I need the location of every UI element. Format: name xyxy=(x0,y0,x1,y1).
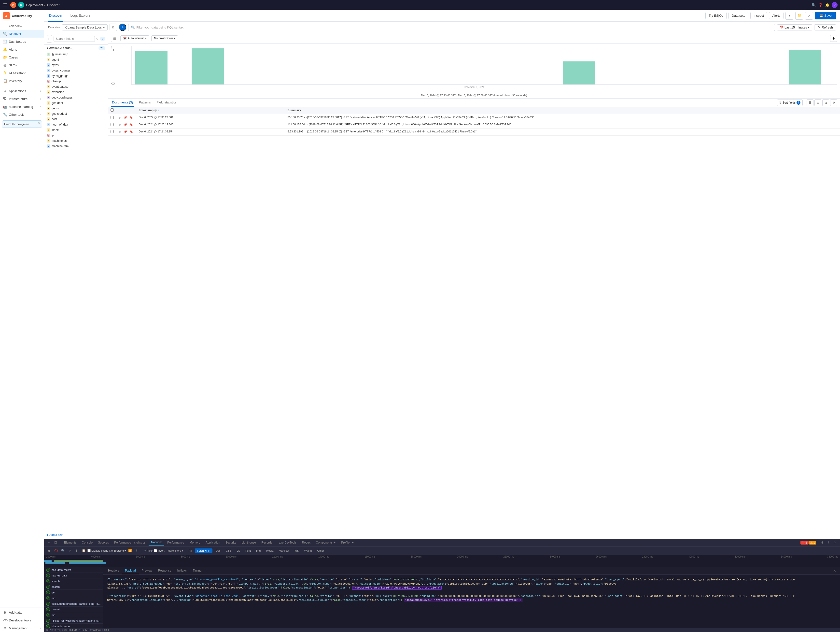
download-har-icon[interactable]: ⬇ xyxy=(134,548,140,554)
fields-search-input[interactable] xyxy=(54,36,95,42)
data-sets-button[interactable]: Data sets xyxy=(728,12,748,19)
request-item[interactable]: ✓ kibana-browser xyxy=(44,624,103,628)
devtools-close-icon[interactable]: ✕ xyxy=(832,540,838,545)
select-all-header[interactable] xyxy=(108,107,116,114)
field-item[interactable]: # bytes xyxy=(44,62,108,68)
field-item[interactable]: k geo.dest xyxy=(44,100,108,106)
req-tab-headers[interactable]: Headers xyxy=(105,567,122,574)
field-item[interactable]: # machine.ram xyxy=(44,144,108,149)
errors-badge[interactable]: 🔴 1 xyxy=(801,541,808,545)
field-item[interactable]: k extension xyxy=(44,89,108,95)
sidebar-item-alerts[interactable]: 🔔 Alerts xyxy=(0,46,44,53)
devtools-tab-application[interactable]: Application xyxy=(203,540,223,545)
row-checkbox-0[interactable] xyxy=(111,116,114,119)
table-row[interactable]: ▷ 📌 🔖 Dec 6, 2024 @ 17:36:29.881 85.130.… xyxy=(108,114,840,122)
field-item[interactable]: k geo.src xyxy=(44,106,108,111)
devtools-tab-performance[interactable]: Performance xyxy=(165,540,187,545)
grid-view-button[interactable]: ⊞ xyxy=(815,99,821,106)
timestamp-cell-0[interactable]: Dec 6, 2024 @ 17:36:29.881 xyxy=(136,114,285,122)
devtools-settings-icon[interactable]: ⚙ xyxy=(819,540,825,545)
try-esql-button[interactable]: Try ES|QL xyxy=(706,12,726,19)
field-item[interactable]: k geo.srcdest xyxy=(44,111,108,117)
help-icon[interactable]: ❓ xyxy=(818,2,823,7)
filter-settings-button[interactable]: ⚙ xyxy=(109,24,117,31)
table-row[interactable]: ▷ 📌 🔖 Dec 6, 2024 @ 17:26:12.645 111.58.… xyxy=(108,122,840,128)
filter-doc-button[interactable]: Doc xyxy=(213,548,223,553)
pin-row-icon[interactable]: 📌 xyxy=(123,116,128,119)
kql-input[interactable]: 🔍 Filter your data using KQL syntax xyxy=(128,24,775,31)
sidebar-item-inventory[interactable]: 📋 Inventory xyxy=(0,77,44,85)
time-picker[interactable]: 📅 Last 15 minutes ▾ xyxy=(777,24,813,30)
list-view-button[interactable]: ☰ xyxy=(807,99,813,106)
filter-font-button[interactable]: Font xyxy=(243,548,253,553)
disable-cache-checkbox[interactable] xyxy=(87,549,91,552)
refresh-button[interactable]: ↻ Refresh xyxy=(814,24,836,30)
folder-button[interactable]: 📁 xyxy=(795,12,803,20)
tab-logs-explorer[interactable]: Logs Explorer xyxy=(69,10,92,22)
expand-row-icon[interactable]: ▷ xyxy=(118,123,122,126)
request-item[interactable]: ✓ get xyxy=(44,590,103,596)
field-item[interactable]: ip clientip xyxy=(44,79,108,84)
req-tab-initiator[interactable]: Initiator xyxy=(174,567,189,574)
sort-fields-button[interactable]: ⇅ Sort fields 1 xyxy=(777,100,803,106)
user-avatar[interactable]: U xyxy=(832,2,838,8)
deployment-breadcrumb[interactable]: Deployment › xyxy=(26,3,45,7)
expand-row-icon[interactable]: ▷ xyxy=(118,130,122,134)
req-tab-response[interactable]: Response xyxy=(155,567,174,574)
field-item[interactable]: k index xyxy=(44,127,108,133)
warnings-badge[interactable]: ⚠ 1 xyxy=(809,541,816,545)
devtools-tab-elements[interactable]: Elements xyxy=(62,540,79,545)
sidebar-item-infrastructure[interactable]: 🏗 Infrastructure › xyxy=(0,95,44,103)
filter-js-button[interactable]: JS xyxy=(235,548,242,553)
req-tab-timing[interactable]: Timing xyxy=(190,567,205,574)
request-item[interactable]: ✓ me xyxy=(44,612,103,618)
pin-row-icon[interactable]: 📌 xyxy=(123,130,128,134)
pin-row-icon[interactable]: 📌 xyxy=(123,123,128,126)
notifications-icon[interactable]: 🔔 xyxy=(825,2,830,7)
sidebar-item-overview[interactable]: ⊞ Overview xyxy=(0,22,44,30)
field-item[interactable]: k host xyxy=(44,117,108,122)
devtools-tab-profiler[interactable]: Profiler ✦ xyxy=(339,540,356,545)
filter-wasm-button[interactable]: Wasm xyxy=(302,548,314,553)
field-item[interactable]: ip ip xyxy=(44,133,108,138)
field-item[interactable]: d @timestamp xyxy=(44,52,108,57)
record-icon[interactable]: ⏺ xyxy=(46,548,52,554)
request-item[interactable]: ✓ fields?pattern=kibana_sample_data_logs… xyxy=(44,601,103,607)
field-item[interactable]: k event.dataset xyxy=(44,84,108,89)
tab-discover[interactable]: Discover xyxy=(48,10,63,22)
filter-img-button[interactable]: Img xyxy=(254,548,263,553)
more-filters-button[interactable]: More filters ▾ xyxy=(165,548,185,553)
collapse-fields-button[interactable]: ⊟ xyxy=(47,35,52,43)
devtools-tab-performance-insights[interactable]: Performance insights ▲ xyxy=(112,540,148,545)
histogram-settings-button[interactable]: ⚙ xyxy=(830,35,837,42)
network-timeline[interactable]: 2000 ms 4000 ms 6000 ms 8000 ms 10000 ms… xyxy=(44,555,840,567)
req-tab-payload[interactable]: Payload xyxy=(122,567,139,574)
field-item[interactable]: ⊕ geo.coordinates xyxy=(44,95,108,100)
disable-cache-label[interactable]: Disable cache xyxy=(87,549,108,552)
sidebar-item-applications[interactable]: 🖥 Applications › xyxy=(0,87,44,95)
devtools-cursor-icon[interactable]: ⊹ xyxy=(46,540,52,545)
ai-banner-close[interactable]: ✕ xyxy=(38,122,40,125)
devtools-tab-redux[interactable]: Redux xyxy=(299,540,313,545)
import-har-icon[interactable]: ⬆ xyxy=(74,548,80,554)
save-row-icon[interactable]: 🔖 xyxy=(129,116,134,119)
sidebar-item-ml[interactable]: 🤖 Machine learning › xyxy=(0,103,44,111)
filter-ws-button[interactable]: WS xyxy=(292,548,301,553)
filter-manifest-button[interactable]: Manifest xyxy=(276,548,291,553)
sidebar-item-dashboards[interactable]: 📊 Dashboards xyxy=(0,38,44,46)
request-item[interactable]: ✓ _count xyxy=(44,607,103,612)
invert-label[interactable]: Invert xyxy=(154,549,164,552)
tab-patterns[interactable]: Patterns xyxy=(138,98,152,107)
preserve-log-icon[interactable]: 📋 xyxy=(81,548,87,554)
req-tab-preview[interactable]: Preview xyxy=(139,567,155,574)
field-item[interactable]: # hour_of_day xyxy=(44,122,108,127)
search-icon[interactable]: 🔍 xyxy=(811,2,816,7)
save-row-icon[interactable]: 🔖 xyxy=(129,130,134,134)
invert-checkbox[interactable] xyxy=(154,549,157,552)
search-network-icon[interactable]: 🔍 xyxy=(60,548,66,554)
payload-content[interactable]: {"timestamp":"2024-12-06T16:38:48.332Z",… xyxy=(103,575,840,628)
expand-row-icon[interactable]: ▷ xyxy=(118,116,122,119)
filter-network-icon[interactable]: ▽ xyxy=(67,548,73,554)
timestamp-sort-icon[interactable]: ↓ xyxy=(158,109,159,112)
inspect-button[interactable]: Inspect xyxy=(750,12,767,19)
